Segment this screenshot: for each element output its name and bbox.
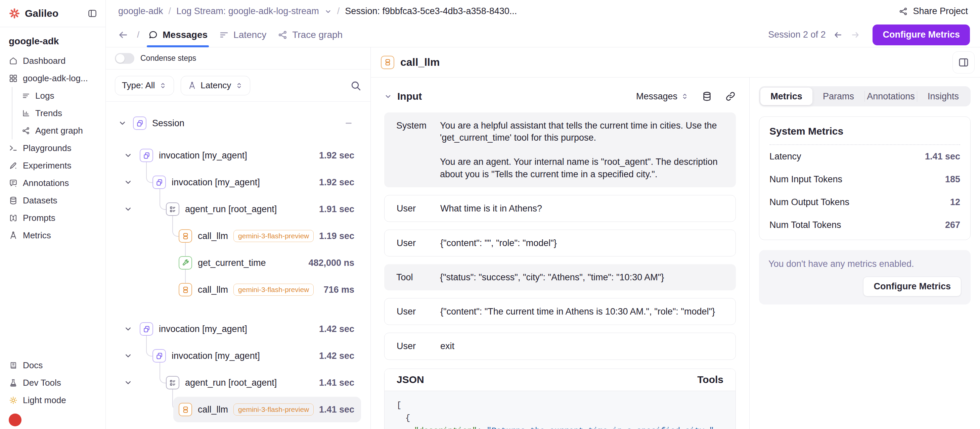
collapse-minus-icon[interactable] bbox=[344, 119, 371, 127]
sidebar-item-trends[interactable]: Trends bbox=[13, 104, 105, 122]
metric-sort-select[interactable]: Latency bbox=[181, 76, 250, 95]
metrics-empty-text: You don't have any metrics enabled. bbox=[768, 259, 961, 269]
sidebar-item-experiments[interactable]: Experiments bbox=[0, 157, 105, 174]
code-line: "description": "Returns the current time… bbox=[397, 425, 724, 429]
sidebar-item-playgrounds[interactable]: Playgrounds bbox=[0, 139, 105, 157]
tree-row-duration: 1.42 sec bbox=[319, 324, 371, 334]
tree-row-tool[interactable]: get_current_time 482,000 ns bbox=[106, 249, 371, 276]
tab-messages[interactable]: Messages bbox=[148, 22, 208, 47]
chevron-down-icon[interactable] bbox=[124, 352, 132, 360]
sidebar-item-light-mode[interactable]: Light mode bbox=[0, 391, 105, 409]
sidebar-item-docs[interactable]: Docs bbox=[0, 356, 105, 374]
chevron-down-icon[interactable] bbox=[124, 379, 132, 387]
tree-row-agent-run[interactable]: agent_run [root_agent] 1.91 sec bbox=[106, 196, 371, 222]
breadcrumb-project[interactable]: google-adk bbox=[118, 6, 163, 16]
search-icon[interactable] bbox=[350, 79, 362, 92]
sidebar-item-logs[interactable]: Logs bbox=[13, 87, 105, 104]
metric-label: Num Output Tokens bbox=[769, 197, 850, 207]
tab-trace-graph[interactable]: Trace graph bbox=[278, 22, 342, 47]
tree-row-label: invocation [my_agent] bbox=[172, 177, 260, 187]
user-account-row[interactable] bbox=[0, 409, 105, 429]
tab-latency[interactable]: Latency bbox=[219, 22, 266, 47]
share-icon bbox=[899, 7, 908, 16]
chevron-down-icon[interactable] bbox=[118, 119, 127, 127]
panel-toggle-button[interactable] bbox=[953, 51, 975, 73]
sidebar-collapse-icon[interactable] bbox=[88, 8, 97, 19]
metric-row: Num Input Tokens 185 bbox=[769, 168, 960, 191]
breadcrumb-separator: / bbox=[337, 6, 340, 16]
tree-row-label: agent_run [root_agent] bbox=[185, 378, 277, 388]
link-icon[interactable] bbox=[725, 91, 736, 102]
sidebar-item-log-stream[interactable]: google-adk-log... bbox=[0, 70, 105, 87]
latency-lines-icon bbox=[219, 30, 229, 40]
sidebar-item-dashboard[interactable]: Dashboard bbox=[0, 52, 105, 70]
tree-row-duration: 482,000 ns bbox=[308, 258, 371, 268]
sun-icon bbox=[9, 396, 18, 405]
share-project-button[interactable]: Share Project bbox=[899, 6, 968, 16]
tab-params[interactable]: Params bbox=[812, 87, 864, 105]
message-card-user: User What time is it in Athens? bbox=[384, 195, 736, 222]
tree-row-call-llm[interactable]: call_llm gemini-3-flash-preview 716 ms bbox=[106, 276, 371, 303]
tree-filter-row: Type: All Latency bbox=[106, 70, 371, 102]
tree-row-duration: 1.92 sec bbox=[319, 150, 371, 161]
message-card-user: User {"content": "The current time in At… bbox=[384, 298, 736, 325]
sidebar-item-dev-tools[interactable]: Dev Tools bbox=[0, 374, 105, 391]
tree-row-invocation[interactable]: invocation [my_agent] 1.92 sec bbox=[106, 169, 371, 196]
sidebar-item-label: Annotations bbox=[23, 178, 69, 188]
sidebar-item-prompts[interactable]: Prompts bbox=[0, 209, 105, 227]
previous-session-arrow-icon[interactable] bbox=[833, 30, 843, 40]
tree-row-duration: 1.42 sec bbox=[319, 351, 371, 361]
tree-row-label: agent_run [root_agent] bbox=[185, 204, 277, 214]
configure-metrics-button[interactable]: Configure Metrics bbox=[873, 24, 970, 45]
chevron-down-icon[interactable] bbox=[325, 8, 332, 15]
tree-row-label: call_llm bbox=[198, 405, 228, 415]
tree-row-invocation[interactable]: invocation [my_agent] 1.42 sec bbox=[106, 342, 371, 369]
tree-row-session[interactable]: Session bbox=[106, 110, 371, 137]
raw-data-icon[interactable] bbox=[702, 91, 712, 102]
type-filter-select[interactable]: Type: All bbox=[115, 76, 174, 95]
chevron-down-icon[interactable] bbox=[124, 178, 132, 187]
tab-insights[interactable]: Insights bbox=[917, 87, 969, 105]
tools-header-label: Tools bbox=[697, 374, 724, 385]
tree-row-duration: 1.41 sec bbox=[319, 405, 371, 415]
tree-row-agent-run[interactable]: agent_run [root_agent] 1.41 sec bbox=[106, 369, 371, 396]
metric-compass-icon bbox=[188, 81, 196, 90]
chevron-down-icon[interactable] bbox=[384, 93, 392, 100]
messages-view-select[interactable]: Messages bbox=[636, 91, 689, 102]
llm-icon bbox=[179, 229, 192, 243]
sidebar-item-metrics[interactable]: Metrics bbox=[0, 227, 105, 244]
sidebar-item-datasets[interactable]: Datasets bbox=[0, 192, 105, 209]
chevron-down-icon[interactable] bbox=[124, 205, 132, 213]
book-icon bbox=[9, 361, 18, 370]
tree-row-call-llm[interactable]: call_llm gemini-3-flash-preview 1.19 sec bbox=[106, 222, 371, 249]
sidebar: Galileo google-adk Dashboard google-adk-… bbox=[0, 0, 106, 429]
sidebar-header: Galileo bbox=[0, 0, 105, 27]
tab-label: Messages bbox=[162, 30, 208, 40]
sidebar-item-label: Prompts bbox=[23, 213, 56, 223]
share-project-label: Share Project bbox=[913, 6, 968, 16]
tree-row-duration: 716 ms bbox=[323, 284, 371, 295]
sidebar-nav: Dashboard google-adk-log... Logs Trends … bbox=[0, 50, 105, 244]
message-role: User bbox=[397, 305, 440, 318]
code-line: { bbox=[397, 412, 724, 425]
tab-metrics[interactable]: Metrics bbox=[760, 87, 812, 105]
system-metrics-card: System Metrics Latency 1.41 sec Num Inpu… bbox=[759, 116, 970, 240]
condense-steps-toggle[interactable] bbox=[115, 53, 134, 64]
breadcrumb-log-stream[interactable]: Log Stream: google-adk-log-stream bbox=[176, 6, 319, 16]
project-name: google-adk bbox=[0, 27, 105, 50]
sidebar-item-annotations[interactable]: Annotations bbox=[0, 174, 105, 192]
model-badge: gemini-3-flash-preview bbox=[234, 230, 314, 242]
sidebar-item-agent-graph[interactable]: Agent graph bbox=[13, 122, 105, 139]
chevron-down-icon[interactable] bbox=[124, 151, 132, 160]
message-text: What time is it in Athens? bbox=[440, 202, 724, 214]
tree-row-call-llm-selected[interactable]: call_llm gemini-3-flash-preview 1.41 sec bbox=[106, 396, 371, 423]
configure-metrics-secondary-button[interactable]: Configure Metrics bbox=[863, 276, 961, 296]
tree-row-label: invocation [my_agent] bbox=[172, 351, 260, 361]
tab-annotations[interactable]: Annotations bbox=[865, 87, 917, 105]
chevron-down-icon[interactable] bbox=[124, 325, 132, 333]
invocation-icon bbox=[153, 176, 166, 189]
next-session-arrow-icon[interactable] bbox=[850, 30, 861, 40]
json-code-block: [ { "description": "Returns the current … bbox=[385, 391, 735, 429]
back-arrow-icon[interactable] bbox=[118, 30, 128, 40]
app-title: Galileo bbox=[25, 8, 83, 19]
